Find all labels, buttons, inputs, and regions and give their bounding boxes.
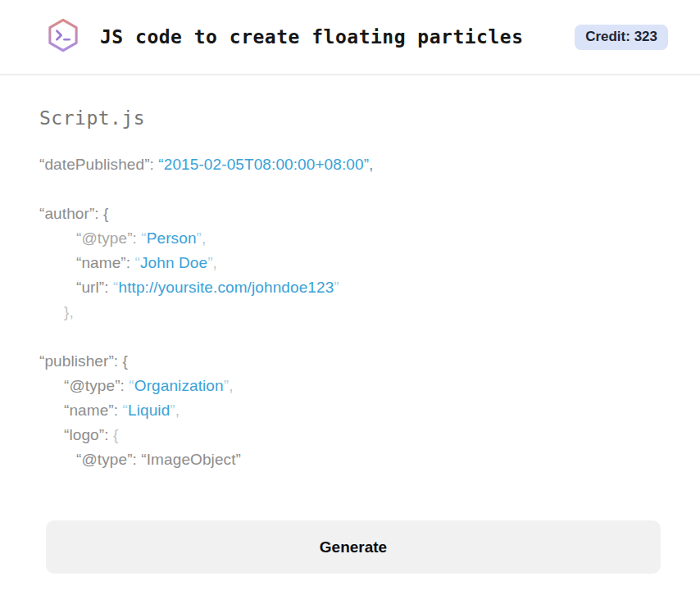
code-token: , (213, 254, 217, 271)
code-line: “author”: { (39, 202, 661, 226)
code-line (39, 177, 661, 202)
code-token: }, (64, 303, 74, 320)
code-token: , (229, 377, 233, 394)
code-token: “@type”: (76, 229, 141, 247)
code-line: “@type”: “ImageObject” (39, 447, 661, 472)
code-line: “@type”: “Person”, (39, 226, 661, 251)
code-token: , (202, 229, 206, 247)
code-token: “name”: (76, 254, 135, 271)
terminal-prompt-hexagon-icon (46, 16, 80, 57)
code-line: “name”: “John Doe”, (39, 251, 661, 275)
code-token: “publisher”: { (39, 352, 128, 370)
page-title: JS code to create floating particles (100, 26, 524, 48)
code-line: “name”: “Liquid”, (39, 398, 661, 423)
code-token: “datePublished”: (39, 156, 158, 173)
code-token: , (175, 402, 180, 419)
code-token: http://yoursite.com/johndoe123 (118, 279, 334, 296)
credit-badge: Credit: 323 (575, 25, 668, 50)
code-token: “2015-02-05T08:00:00+08:00”, (158, 156, 373, 173)
code-token: “author”: { (39, 205, 109, 222)
code-line: “@type”: “Organization”, (39, 374, 661, 398)
code-token: John Doe (140, 254, 207, 271)
code-token: “@type”: “ImageObject” (76, 451, 241, 468)
code-token: “logo”: (64, 426, 113, 443)
code-token: Person (147, 229, 197, 247)
code-token: { (113, 426, 118, 443)
code-line (39, 325, 661, 349)
header: JS code to create floating particles Cre… (0, 0, 700, 75)
code-line: “url”: “http://yoursite.com/johndoe123” (39, 275, 661, 300)
script-filename: Script.js (39, 107, 661, 129)
code-line: }, (39, 300, 661, 325)
code-block: “datePublished”: “2015-02-05T08:00:00+08… (39, 152, 661, 472)
main-content: Script.js “datePublished”: “2015-02-05T0… (0, 107, 700, 472)
code-token: ” (334, 279, 339, 296)
code-token: Organization (134, 377, 224, 394)
generate-button[interactable]: Generate (46, 520, 661, 574)
code-token: “url”: (76, 279, 113, 296)
app-logo (46, 18, 80, 56)
footer: Generate (0, 520, 700, 574)
code-line: “datePublished”: “2015-02-05T08:00:00+08… (39, 152, 661, 177)
code-token: “name”: (64, 402, 123, 419)
code-line: “publisher”: { (39, 349, 661, 374)
code-token: Liquid (128, 402, 170, 419)
code-line: “logo”: { (39, 423, 661, 447)
code-token: “@type”: (64, 377, 129, 394)
